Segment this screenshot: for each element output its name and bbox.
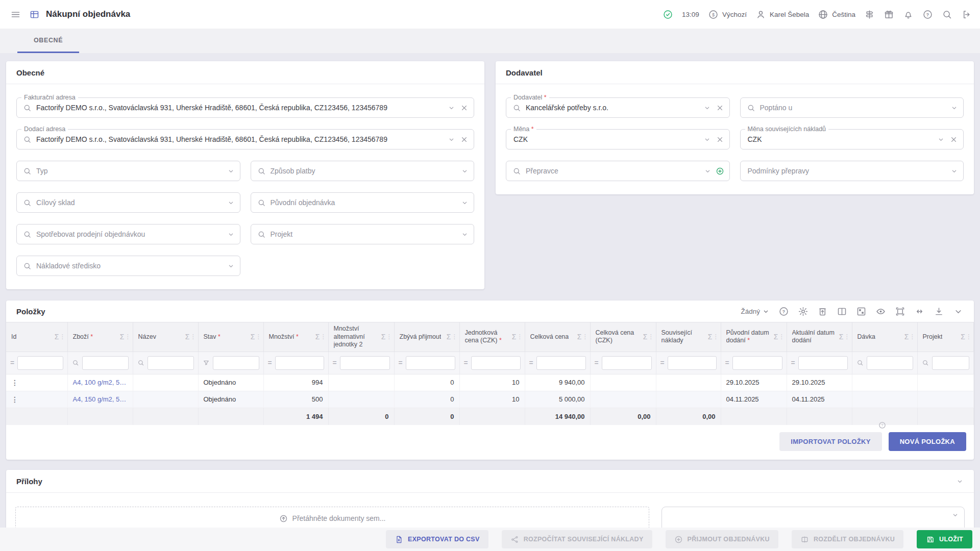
column-menu-icon[interactable]: ⋮	[386, 333, 392, 341]
sum-icon[interactable]: Σ	[643, 333, 648, 342]
column-header-puvodni[interactable]: Původní datum dodání *Σ⋮	[721, 322, 787, 352]
allocate-costs-button[interactable]: ROZPOČÍTAT SOUVISEJÍCÍ NÁKLADY	[502, 530, 652, 548]
chevron-down-icon[interactable]	[461, 167, 469, 175]
column-header-davka[interactable]: DávkaΣ⋮	[852, 322, 917, 352]
filter-input-aktualni[interactable]	[798, 356, 848, 370]
cell-davka[interactable]	[852, 374, 917, 391]
visibility-eye-icon[interactable]	[875, 306, 886, 317]
cell-jednotkova[interactable]: 10	[459, 391, 525, 408]
column-header-celkova[interactable]: Celková cenaΣ⋮	[525, 322, 590, 352]
frame-select-icon[interactable]	[895, 306, 905, 317]
filter-input-puvodni[interactable]	[732, 356, 782, 370]
column-header-souvisejici[interactable]: Související nákladyΣ⋮	[656, 322, 721, 352]
sum-icon[interactable]: Σ	[120, 333, 125, 342]
add-carrier-icon[interactable]	[716, 167, 724, 176]
actions-help-icon[interactable]: ?	[878, 421, 886, 429]
filter-input-projekt[interactable]	[932, 356, 970, 370]
chevron-down-icon[interactable]	[448, 104, 455, 112]
column-header-nazev[interactable]: NázevΣ⋮	[133, 322, 198, 352]
menu-icon[interactable]	[10, 9, 21, 20]
row-menu-icon[interactable]: ⋮	[11, 379, 18, 387]
sum-icon[interactable]: Σ	[577, 333, 582, 342]
chevron-down-icon[interactable]	[703, 104, 711, 112]
column-header-id[interactable]: IdΣ⋮	[6, 322, 67, 352]
archive-trash-icon[interactable]	[817, 306, 828, 317]
layout-squares-icon[interactable]	[856, 306, 867, 317]
collapse-chevron-icon[interactable]	[953, 306, 964, 317]
cell-zbyva[interactable]: 0	[394, 391, 459, 408]
chevron-down-icon[interactable]	[227, 199, 235, 207]
chevron-down-icon[interactable]	[227, 167, 235, 175]
collapse-chevron-icon[interactable]	[956, 478, 964, 485]
target-warehouse-field[interactable]: Cílový sklad	[16, 192, 240, 213]
column-header-zbozi[interactable]: Zboží *Σ⋮	[67, 322, 133, 352]
filter-input-mnozstvi[interactable]	[275, 356, 324, 370]
clear-icon[interactable]	[716, 104, 724, 112]
cell-celkova_czk[interactable]	[590, 391, 656, 408]
billing-address-field[interactable]: Fakturační adresa Factorify DEMO s.r.o.,…	[16, 97, 474, 118]
chevron-down-icon[interactable]	[951, 511, 959, 519]
sum-icon[interactable]: Σ	[55, 333, 59, 342]
notifications-bell-icon[interactable]	[903, 9, 914, 20]
delivery-address-field[interactable]: Dodací adresa Factorify DEMO s.r.o., Sva…	[16, 129, 474, 149]
chevron-down-icon[interactable]	[461, 199, 469, 207]
language-selector[interactable]: Čeština	[818, 9, 855, 20]
save-button[interactable]: ULOŽIT	[917, 530, 972, 548]
cell-zbyva[interactable]: 0	[394, 374, 459, 391]
environment-selector[interactable]: $ Výchozí	[708, 9, 747, 20]
type-field[interactable]: Typ	[16, 161, 240, 181]
column-header-celkova_czk[interactable]: Celková cena (CZK)Σ⋮	[590, 322, 656, 352]
filter-input-stav[interactable]	[213, 356, 259, 370]
row-menu-icon[interactable]: ⋮	[11, 395, 18, 404]
cell-id[interactable]: ⋮	[6, 374, 67, 391]
receive-order-button[interactable]: PŘIJMOUT OBJEDNÁVKU	[666, 530, 778, 548]
sum-icon[interactable]: Σ	[315, 333, 320, 342]
chevron-down-icon[interactable]	[937, 136, 945, 143]
split-columns-icon[interactable]	[837, 306, 847, 317]
column-menu-icon[interactable]: ⋮	[190, 333, 196, 341]
column-menu-icon[interactable]: ⋮	[648, 333, 654, 341]
item-link[interactable]: A4, 100 g/m2, 5…	[73, 379, 127, 386]
cell-projekt[interactable]	[917, 391, 974, 408]
sum-icon[interactable]: Σ	[774, 333, 778, 342]
filter-input-nazev[interactable]	[148, 356, 194, 370]
carrier-field[interactable]: Přepravce	[506, 161, 730, 181]
filter-input-mnozstvi_alt[interactable]	[340, 356, 390, 370]
column-header-jednotkova[interactable]: Jednotková cena (CZK) *Σ⋮	[459, 322, 525, 352]
chevron-down-icon[interactable]	[448, 136, 455, 143]
sum-icon[interactable]: Σ	[381, 333, 386, 342]
cell-id[interactable]: ⋮	[6, 391, 67, 408]
sum-icon[interactable]: Σ	[708, 333, 713, 342]
search-icon[interactable]	[942, 9, 952, 20]
item-link[interactable]: A4, 150 g/m2, 5…	[73, 395, 127, 403]
column-header-mnozstvi_alt[interactable]: Množství alternativní jednotky 2Σ⋮	[328, 322, 394, 352]
chevron-down-icon[interactable]	[704, 167, 712, 175]
split-order-button[interactable]: ROZDĚLIT OBJEDNÁVKU	[792, 530, 903, 548]
help-icon[interactable]: ?	[922, 9, 933, 20]
cell-celkova_czk[interactable]	[590, 374, 656, 391]
supplier-field[interactable]: Dodavatel * Kancelářské potřeby s.r.o.	[506, 97, 730, 118]
cell-projekt[interactable]	[917, 374, 974, 391]
chevron-down-icon[interactable]	[227, 231, 235, 238]
cell-mnozstvi_alt[interactable]	[328, 391, 394, 408]
column-menu-icon[interactable]: ⋮	[844, 333, 850, 341]
column-menu-icon[interactable]: ⋮	[321, 333, 326, 341]
inquired-at-field[interactable]: Poptáno u	[740, 97, 964, 118]
cell-puvodni[interactable]: 29.10.2025	[721, 374, 787, 391]
tab-general[interactable]: OBECNÉ	[17, 29, 79, 53]
related-costs-currency-field[interactable]: Měna souvisejících nákladů CZK	[740, 129, 964, 149]
filter-input-id[interactable]	[17, 356, 63, 370]
cell-nazev[interactable]	[133, 391, 198, 408]
filter-input-souvisejici[interactable]	[668, 356, 717, 370]
filter-input-celkova[interactable]	[536, 356, 586, 370]
shipping-terms-field[interactable]: Podmínky přepravy	[740, 161, 964, 181]
cell-mnozstvi_alt[interactable]	[328, 374, 394, 391]
cell-zbozi[interactable]: A4, 150 g/m2, 5…	[67, 391, 133, 408]
clear-icon[interactable]	[460, 135, 469, 144]
cell-aktualni[interactable]: 29.10.2025	[787, 374, 852, 391]
column-header-zbyva[interactable]: Zbývá přijmoutΣ⋮	[394, 322, 459, 352]
cell-davka[interactable]	[852, 391, 917, 408]
cell-celkova[interactable]: 5 000,00	[525, 391, 590, 408]
clear-icon[interactable]	[716, 135, 724, 144]
cell-aktualni[interactable]: 04.11.2025	[787, 391, 852, 408]
